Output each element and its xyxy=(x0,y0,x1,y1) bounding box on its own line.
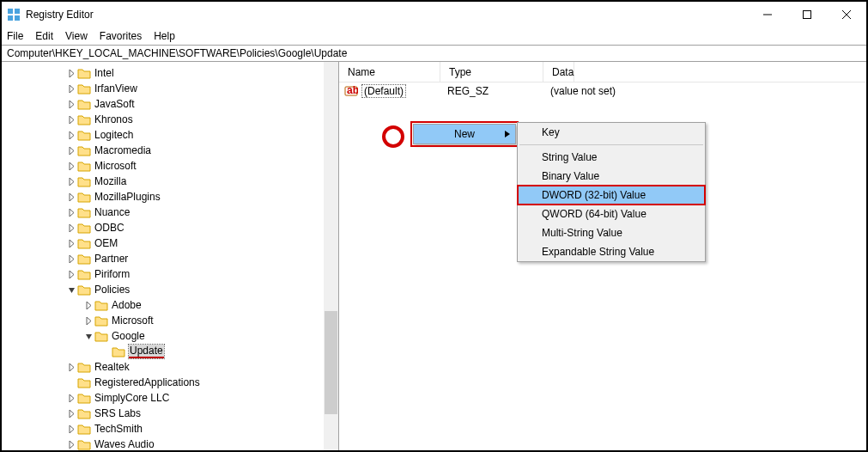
tree-item-label: Adobe xyxy=(112,299,142,311)
menu-view[interactable]: View xyxy=(65,30,88,42)
tree-scrollbar[interactable] xyxy=(324,62,338,450)
close-button[interactable] xyxy=(827,2,866,27)
tree-item[interactable]: Adobe xyxy=(2,297,338,313)
chevron-right-icon[interactable] xyxy=(65,116,77,124)
tree-item-label: MozillaPlugins xyxy=(94,191,161,203)
tree-item[interactable]: RegisteredApplications xyxy=(2,375,338,390)
tree-item[interactable]: TechSmith xyxy=(2,421,338,437)
scrollbar-thumb[interactable] xyxy=(325,311,337,414)
chevron-down-icon[interactable] xyxy=(65,286,77,294)
column-name[interactable]: Name xyxy=(339,62,440,82)
tree-item-label: Microsoft xyxy=(112,315,154,327)
value-type: REG_SZ xyxy=(442,85,545,97)
tree-item-label: Google xyxy=(112,330,145,342)
chevron-right-icon[interactable] xyxy=(82,317,94,325)
tree-item[interactable]: Mozilla xyxy=(2,174,338,189)
tree-item-label: Microsoft xyxy=(94,160,137,172)
submenu-item-string[interactable]: String Value xyxy=(518,148,705,167)
chevron-right-icon[interactable] xyxy=(65,255,77,263)
tree-item[interactable]: SimplyCore LLC xyxy=(2,390,338,406)
tree-item[interactable]: OEM xyxy=(2,235,338,251)
tree-item[interactable]: MozillaPlugins xyxy=(2,189,338,205)
column-type[interactable]: Type xyxy=(440,62,543,82)
tree-item[interactable]: Logitech xyxy=(2,127,338,143)
tree-item[interactable]: ODBC xyxy=(2,220,338,235)
submenu-item-key[interactable]: Key xyxy=(518,123,705,142)
folder-icon xyxy=(94,299,108,311)
annotation-circle xyxy=(382,125,404,148)
tree-item[interactable]: IrfanView xyxy=(2,81,338,96)
chevron-down-icon[interactable] xyxy=(82,333,94,340)
chevron-right-icon[interactable] xyxy=(65,193,77,201)
menu-file[interactable]: File xyxy=(7,30,23,42)
chevron-right-icon[interactable] xyxy=(65,147,77,155)
tree-item[interactable]: SRS Labs xyxy=(2,406,338,421)
tree-item[interactable]: Waves Audio xyxy=(2,437,338,450)
maximize-button[interactable] xyxy=(787,2,827,27)
tree-item[interactable]: Microsoft xyxy=(2,313,338,328)
chevron-right-icon[interactable] xyxy=(65,209,77,217)
context-menu-item-new[interactable]: New xyxy=(414,125,515,144)
chevron-right-icon[interactable] xyxy=(65,410,77,418)
chevron-right-icon[interactable] xyxy=(65,363,77,371)
tree-item-label: SRS Labs xyxy=(94,407,141,419)
menu-edit[interactable]: Edit xyxy=(35,30,53,42)
tree-item[interactable]: Google xyxy=(2,328,338,344)
app-icon xyxy=(7,8,21,21)
tree-item[interactable]: Policies xyxy=(2,282,338,297)
folder-icon xyxy=(77,129,91,141)
folder-icon xyxy=(77,423,91,435)
column-data[interactable]: Data xyxy=(543,62,574,82)
tree-pane: IntelIrfanViewJavaSoftKhronosLogitechMac… xyxy=(2,62,339,450)
tree-item[interactable]: Piriform xyxy=(2,266,338,282)
folder-icon xyxy=(77,268,91,280)
tree-item[interactable]: Khronos xyxy=(2,112,338,127)
folder-icon xyxy=(77,160,91,172)
submenu-item-dword[interactable]: DWORD (32-bit) Value xyxy=(518,186,705,205)
folder-icon xyxy=(94,330,108,342)
chevron-right-icon[interactable] xyxy=(65,271,77,278)
tree-item-label: OEM xyxy=(94,237,118,249)
tree-item[interactable]: Microsoft xyxy=(2,158,338,174)
chevron-right-icon[interactable] xyxy=(65,162,77,170)
chevron-right-icon[interactable] xyxy=(65,101,77,108)
tree-item[interactable]: Update xyxy=(2,344,338,359)
menu-help[interactable]: Help xyxy=(154,30,175,42)
chevron-right-icon[interactable] xyxy=(65,224,77,232)
tree-item-label: SimplyCore LLC xyxy=(94,392,169,404)
submenu-item-qword[interactable]: QWORD (64-bit) Value xyxy=(518,205,705,223)
tree[interactable]: IntelIrfanViewJavaSoftKhronosLogitechMac… xyxy=(2,65,338,450)
chevron-right-icon[interactable] xyxy=(82,302,94,309)
chevron-right-icon[interactable] xyxy=(65,70,77,77)
tree-item-label: Macromedia xyxy=(94,144,151,156)
tree-item[interactable]: Partner xyxy=(2,251,338,266)
address-bar[interactable]: Computer\HKEY_LOCAL_MACHINE\SOFTWARE\Pol… xyxy=(2,45,866,62)
tree-item[interactable]: Nuance xyxy=(2,205,338,220)
chevron-right-icon[interactable] xyxy=(65,240,77,247)
chevron-right-icon[interactable] xyxy=(65,178,77,186)
list-row[interactable]: ab (Default) REG_SZ (value not set) xyxy=(339,82,866,100)
tree-item-label: Intel xyxy=(94,67,114,79)
minimize-button[interactable] xyxy=(748,2,787,27)
chevron-right-icon[interactable] xyxy=(65,425,77,433)
submenu-item-multi[interactable]: Multi-String Value xyxy=(518,223,705,242)
chevron-right-icon[interactable] xyxy=(65,394,77,402)
chevron-right-icon[interactable] xyxy=(65,441,77,449)
tree-item-label: Policies xyxy=(94,284,130,296)
tree-item-label: Mozilla xyxy=(94,175,126,187)
tree-item[interactable]: Intel xyxy=(2,65,338,81)
submenu-item-binary[interactable]: Binary Value xyxy=(518,167,705,186)
tree-item[interactable]: Macromedia xyxy=(2,143,338,158)
submenu-item-expand[interactable]: Expandable String Value xyxy=(518,242,705,261)
tree-item[interactable]: JavaSoft xyxy=(2,96,338,112)
chevron-right-icon[interactable] xyxy=(65,131,77,139)
tree-item-label: Waves Audio xyxy=(94,438,155,450)
tree-item-label: Piriform xyxy=(94,268,130,280)
registry-editor-window: Registry Editor File Edit View Favorites… xyxy=(0,0,868,452)
address-text: Computer\HKEY_LOCAL_MACHINE\SOFTWARE\Pol… xyxy=(7,47,347,59)
folder-icon xyxy=(77,237,91,249)
chevron-right-icon[interactable] xyxy=(65,85,77,93)
folder-icon xyxy=(77,67,91,79)
tree-item[interactable]: Realtek xyxy=(2,359,338,375)
menu-favorites[interactable]: Favorites xyxy=(100,30,142,42)
